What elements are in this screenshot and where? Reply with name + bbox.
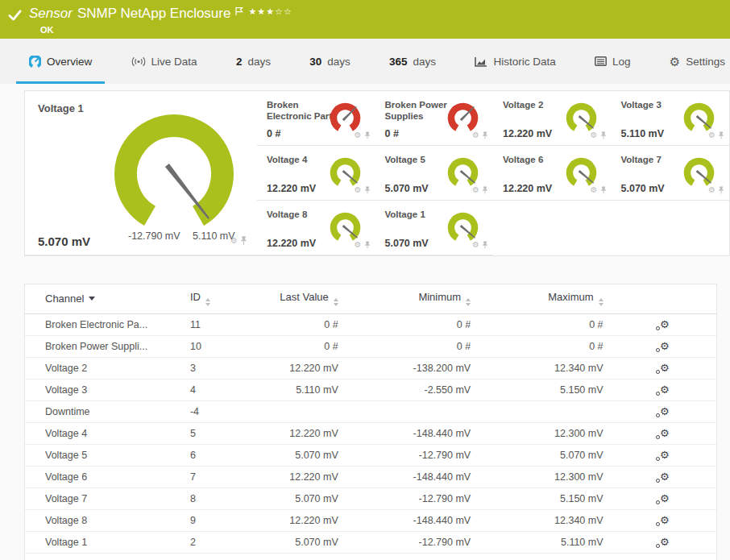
pin-icon[interactable] <box>482 238 488 252</box>
cell-id: 6 <box>174 444 261 466</box>
flag-icon[interactable] <box>235 4 243 20</box>
tab-30-days[interactable]: 30 days <box>297 39 363 84</box>
cell-last-value: 5.110 mV <box>261 379 348 400</box>
gauge-cell[interactable]: Voltage 8 12.220 mV ⚙ <box>257 201 375 255</box>
gauge-settings-icon[interactable]: ⚙ <box>230 237 238 245</box>
cell-channel: Broken Power Suppli... <box>25 335 174 357</box>
channel-settings-icon[interactable]: ⚙ <box>660 537 670 547</box>
tab-365-days[interactable]: 365 days <box>376 39 449 84</box>
cell-minimum: -148.440 mV <box>348 466 480 487</box>
gauge-value: 12.220 mV <box>267 238 316 249</box>
tab-live-data[interactable]: Live Data <box>118 39 210 84</box>
tab-log[interactable]: Log <box>582 39 644 84</box>
chart-icon <box>475 56 487 67</box>
cell-id: 11 <box>174 313 261 335</box>
table-row[interactable]: Broken Electronic Pa... 11 0 # 0 # 0 # ⚙ <box>25 313 716 335</box>
pin-icon[interactable] <box>364 238 371 252</box>
gauge-cell[interactable]: Voltage 4 12.220 mV ⚙ <box>257 146 375 201</box>
pin-icon[interactable] <box>482 183 488 197</box>
cell-id: 5 <box>174 422 261 444</box>
pin-icon[interactable] <box>240 234 247 248</box>
gauge-cell[interactable]: Broken Electronic Parts 0 # ⚙ <box>257 91 375 146</box>
table-row[interactable]: Downtime -4 ⚙ <box>25 400 716 422</box>
cell-maximum: 12.340 mV <box>480 357 612 379</box>
gauge-value: 0 # <box>267 128 280 139</box>
cell-id: -4 <box>174 400 261 422</box>
pin-icon[interactable] <box>600 183 607 197</box>
star-rating[interactable]: ★★★☆☆ <box>248 3 292 19</box>
column-header-channel[interactable]: Channel <box>25 284 174 313</box>
channel-settings-icon[interactable]: ⚙ <box>660 493 670 504</box>
gauge-value: 0 # <box>385 128 399 139</box>
gauge-settings-icon[interactable]: ⚙ <box>472 186 479 194</box>
gauge-cell[interactable]: Voltage 6 12.220 mV ⚙ <box>493 146 612 201</box>
cell-last-value: 12.220 mV <box>261 509 348 531</box>
cell-minimum: 0 # <box>348 313 480 335</box>
channel-settings-icon[interactable]: ⚙ <box>660 341 670 351</box>
channel-settings-icon[interactable]: ⚙ <box>660 319 670 330</box>
table-row[interactable]: Voltage 6 7 12.220 mV -148.440 mV 12.300… <box>25 466 716 487</box>
tab-overview[interactable]: Overview <box>16 39 105 84</box>
gauge-value: 5.110 mV <box>621 128 665 139</box>
gauge-settings-icon[interactable]: ⚙ <box>591 131 598 139</box>
gauge-settings-icon[interactable]: ⚙ <box>355 241 362 249</box>
table-row[interactable]: Voltage 2 3 12.220 mV -138.200 mV 12.340… <box>25 357 716 379</box>
cell-id: 7 <box>174 466 261 487</box>
tab-settings[interactable]: ⚙ Settings <box>657 39 730 84</box>
gauge-settings-icon[interactable]: ⚙ <box>708 131 715 139</box>
gauge-cell[interactable]: Voltage 5 5.070 mV ⚙ <box>375 146 494 201</box>
gauge-cell[interactable]: Voltage 1 5.070 mV ⚙ <box>375 201 494 255</box>
table-row[interactable]: Broken Power Suppli... 10 0 # 0 # 0 # ⚙ <box>25 335 716 357</box>
table-row[interactable]: Voltage 7 8 5.070 mV -12.790 mV 5.150 mV… <box>25 487 716 509</box>
table-row[interactable]: Voltage 5 6 5.070 mV -12.790 mV 5.070 mV… <box>25 444 716 466</box>
cell-maximum: 0 # <box>480 335 612 357</box>
cell-id: 3 <box>174 357 261 379</box>
cell-maximum: 12.300 mV <box>480 466 612 487</box>
channel-settings-icon[interactable]: ⚙ <box>660 428 670 438</box>
channel-settings-icon[interactable]: ⚙ <box>660 363 670 373</box>
gauge-settings-icon[interactable]: ⚙ <box>472 131 479 139</box>
gear-icon: ⚙ <box>670 56 680 68</box>
gauge-value: 5.070 mV <box>385 183 429 194</box>
gauge-settings-icon[interactable]: ⚙ <box>472 241 479 249</box>
gauge-settings-icon[interactable]: ⚙ <box>355 131 362 139</box>
pin-icon[interactable] <box>600 128 607 143</box>
column-header-last-value[interactable]: Last Value <box>261 284 348 313</box>
pin-icon[interactable] <box>718 128 724 143</box>
column-header-maximum[interactable]: Maximum <box>480 284 612 313</box>
cell-channel: Voltage 1 <box>25 531 174 553</box>
channel-settings-icon[interactable]: ⚙ <box>660 450 670 460</box>
channel-settings-icon[interactable]: ⚙ <box>660 515 670 525</box>
cell-id: 4 <box>174 379 261 400</box>
gauge-cell[interactable]: Voltage 3 5.110 mV ⚙ <box>612 91 730 146</box>
pin-icon[interactable] <box>364 128 371 143</box>
gauge-settings-icon[interactable]: ⚙ <box>355 186 362 194</box>
title-prefix: Sensor <box>29 6 73 22</box>
gauge-cell[interactable]: Voltage 2 12.220 mV ⚙ <box>493 91 612 146</box>
table-row[interactable]: Voltage 1 2 5.070 mV -12.790 mV 5.110 mV… <box>25 531 716 553</box>
pin-icon[interactable] <box>364 183 371 197</box>
cell-minimum: -138.200 mV <box>348 357 480 379</box>
tab-2-days[interactable]: 2 days <box>223 39 284 84</box>
tab-historic-data[interactable]: Historic Data <box>462 39 568 84</box>
channel-settings-icon[interactable]: ⚙ <box>660 384 670 395</box>
pin-icon[interactable] <box>718 183 724 197</box>
column-header-minimum[interactable]: Minimum <box>348 284 480 313</box>
table-row[interactable]: Voltage 8 9 12.220 mV -148.440 mV 12.340… <box>25 509 716 531</box>
cell-channel: Voltage 5 <box>25 444 174 466</box>
gauge-label: Voltage 5 <box>385 155 425 166</box>
table-row[interactable]: Voltage 3 4 5.110 mV -2.550 mV 5.150 mV … <box>25 379 716 400</box>
table-row[interactable]: Voltage 4 5 12.220 mV -148.440 mV 12.300… <box>25 422 716 444</box>
pin-icon[interactable] <box>482 128 488 143</box>
cell-last-value: 5.070 mV <box>261 531 348 553</box>
channel-settings-icon[interactable]: ⚙ <box>660 406 670 417</box>
featured-gauge[interactable]: Voltage 1 -12.790 mV 5.110 mV 5.070 mV ⚙ <box>25 91 257 255</box>
column-header-id[interactable]: ID <box>174 284 261 313</box>
channel-settings-icon[interactable]: ⚙ <box>660 471 670 482</box>
gauge-cell[interactable]: Voltage 7 5.070 mV ⚙ <box>612 146 730 201</box>
gauge-settings-icon[interactable]: ⚙ <box>708 186 715 194</box>
gauge-cell[interactable]: Broken Power Supplies 0 # ⚙ <box>375 91 494 146</box>
gauge-settings-icon[interactable]: ⚙ <box>591 186 598 194</box>
channel-table-panel: Channel ID Last Value Minimum Maximum Br… <box>24 284 717 560</box>
cell-minimum: 0 # <box>348 335 480 357</box>
